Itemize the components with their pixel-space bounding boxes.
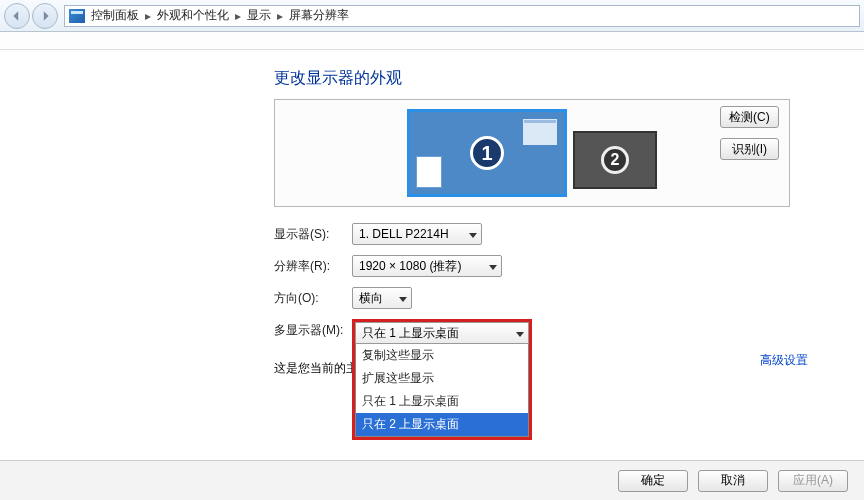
multidisplay-option[interactable]: 扩展这些显示 bbox=[356, 367, 528, 390]
apply-button[interactable]: 应用(A) bbox=[778, 470, 848, 492]
forward-button[interactable] bbox=[32, 3, 58, 29]
chevron-down-icon bbox=[399, 291, 407, 305]
breadcrumb-item[interactable]: 屏幕分辨率 bbox=[289, 7, 349, 24]
chevron-right-icon: ▸ bbox=[277, 9, 283, 23]
multidisplay-label: 多显示器(M): bbox=[274, 319, 352, 339]
resolution-label: 分辨率(R): bbox=[274, 258, 352, 275]
chevron-down-icon bbox=[489, 259, 497, 273]
multidisplay-dropdown-open: 只在 1 上显示桌面 复制这些显示 扩展这些显示 只在 1 上显示桌面 只在 2… bbox=[352, 319, 532, 440]
monitor-number-badge: 1 bbox=[470, 136, 504, 170]
multidisplay-option[interactable]: 复制这些显示 bbox=[356, 344, 528, 367]
chevron-right-icon: ▸ bbox=[145, 9, 151, 23]
multidisplay-option[interactable]: 只在 1 上显示桌面 bbox=[356, 390, 528, 413]
breadcrumb[interactable]: 控制面板 ▸ 外观和个性化 ▸ 显示 ▸ 屏幕分辨率 bbox=[64, 5, 860, 27]
preview-side-buttons: 检测(C) 识别(I) bbox=[720, 106, 779, 160]
page-title: 更改显示器的外观 bbox=[274, 68, 834, 89]
control-panel-icon bbox=[69, 9, 85, 23]
orientation-label: 方向(O): bbox=[274, 290, 352, 307]
multidisplay-option[interactable]: 只在 2 上显示桌面 bbox=[356, 413, 528, 436]
chevron-down-icon bbox=[469, 227, 477, 241]
arrow-left-icon bbox=[11, 10, 23, 22]
display-select[interactable]: 1. DELL P2214H bbox=[352, 223, 482, 245]
breadcrumb-item[interactable]: 外观和个性化 bbox=[157, 7, 229, 24]
orientation-select[interactable]: 横向 bbox=[352, 287, 412, 309]
back-button[interactable] bbox=[4, 3, 30, 29]
display-row: 显示器(S): 1. DELL P2214H bbox=[274, 223, 834, 245]
window-thumbnail-icon bbox=[522, 118, 558, 146]
multidisplay-select[interactable]: 只在 1 上显示桌面 bbox=[355, 322, 529, 344]
toolbar-strip bbox=[0, 32, 864, 50]
monitor-preview-wrap: 1 2 bbox=[274, 99, 790, 207]
chevron-down-icon bbox=[516, 326, 524, 340]
breadcrumb-item[interactable]: 控制面板 bbox=[91, 7, 139, 24]
orientation-row: 方向(O): 横向 bbox=[274, 287, 834, 309]
multidisplay-select-value: 只在 1 上显示桌面 bbox=[362, 325, 459, 342]
arrow-right-icon bbox=[39, 10, 51, 22]
dialog-button-bar: 确定 取消 应用(A) bbox=[0, 460, 864, 500]
detect-button[interactable]: 检测(C) bbox=[720, 106, 779, 128]
address-bar: 控制面板 ▸ 外观和个性化 ▸ 显示 ▸ 屏幕分辨率 bbox=[0, 0, 864, 32]
multidisplay-options-list: 复制这些显示 扩展这些显示 只在 1 上显示桌面 只在 2 上显示桌面 bbox=[355, 344, 529, 437]
display-select-value: 1. DELL P2214H bbox=[359, 227, 449, 241]
ok-button[interactable]: 确定 bbox=[618, 470, 688, 492]
resolution-select-value: 1920 × 1080 (推荐) bbox=[359, 258, 461, 275]
identify-button[interactable]: 识别(I) bbox=[720, 138, 779, 160]
resolution-row: 分辨率(R): 1920 × 1080 (推荐) bbox=[274, 255, 834, 277]
monitor-preview-panel: 1 2 bbox=[274, 99, 790, 207]
monitor-2[interactable]: 2 bbox=[573, 131, 657, 189]
advanced-settings-link[interactable]: 高级设置 bbox=[760, 352, 808, 369]
cancel-button[interactable]: 取消 bbox=[698, 470, 768, 492]
resolution-select[interactable]: 1920 × 1080 (推荐) bbox=[352, 255, 502, 277]
monitor-number-badge: 2 bbox=[601, 146, 629, 174]
display-label: 显示器(S): bbox=[274, 226, 352, 243]
monitor-1[interactable]: 1 bbox=[407, 109, 567, 197]
orientation-select-value: 横向 bbox=[359, 290, 383, 307]
breadcrumb-item[interactable]: 显示 bbox=[247, 7, 271, 24]
chevron-right-icon: ▸ bbox=[235, 9, 241, 23]
